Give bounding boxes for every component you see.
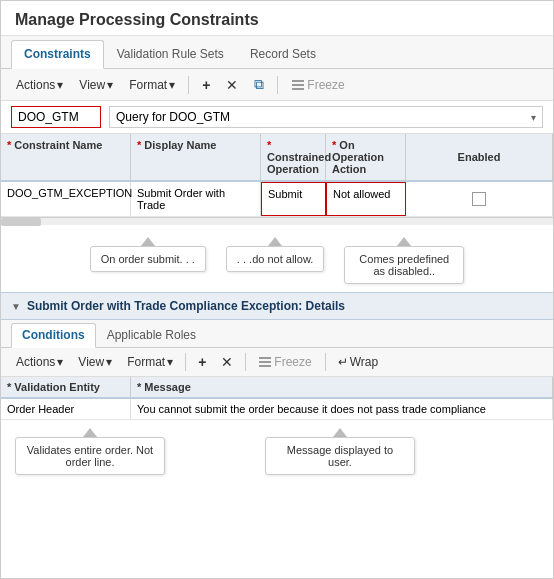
detach-icon: ⧉ [254, 76, 264, 93]
inner-th-message: * Message [131, 377, 553, 397]
wrap-label: Wrap [350, 355, 378, 369]
inner-format-button[interactable]: Format ▾ [122, 353, 178, 371]
view-label: View [79, 78, 105, 92]
wrap-icon: ↵ [338, 355, 348, 369]
inner-td-validation-entity: Order Header [1, 399, 131, 419]
wrap-button[interactable]: ↵ Wrap [333, 353, 383, 371]
callout-right-arrow-icon [397, 237, 411, 246]
td-on-operation-action: Not allowed [326, 182, 406, 216]
separator-1 [188, 76, 189, 94]
constraints-table-header: * Constraint Name * Display Name * Const… [1, 134, 553, 182]
format-chevron-icon: ▾ [169, 78, 175, 92]
bottom-callouts: Validates entire order. Not order line. … [1, 420, 553, 483]
format-button[interactable]: Format ▾ [124, 76, 180, 94]
query-select-arrow-icon: ▾ [531, 112, 536, 123]
th-enabled: Enabled [406, 134, 553, 180]
td-display-name: Submit Order with Trade [131, 182, 261, 216]
inner-separator-2 [245, 353, 246, 371]
section-title: Submit Order with Trade Compliance Excep… [27, 299, 345, 313]
actions-chevron-icon: ▾ [57, 78, 63, 92]
main-tabs: Constraints Validation Rule Sets Record … [1, 36, 553, 69]
inner-separator-3 [325, 353, 326, 371]
bottom-callout-left-arrow-icon [83, 428, 97, 437]
add-icon: + [202, 77, 210, 93]
query-select[interactable]: Query for DOO_GTM ▾ [109, 106, 543, 128]
bottom-callout-left: Validates entire order. Not order line. [15, 437, 165, 475]
inner-freeze-icon [259, 357, 271, 367]
td-constrained-operation: Submit [261, 182, 326, 216]
enabled-checkbox[interactable] [472, 192, 486, 206]
inner-format-label: Format [127, 355, 165, 369]
main-window: Manage Processing Constraints Constraint… [0, 0, 554, 579]
inner-toolbar: Actions ▾ View ▾ Format ▾ + ✕ [1, 348, 553, 377]
tab-conditions[interactable]: Conditions [11, 323, 96, 348]
bottom-callout-right-arrow-icon [333, 428, 347, 437]
view-button[interactable]: View ▾ [74, 76, 118, 94]
bottom-callout-right: Message displayed to user. [265, 437, 415, 475]
th-on-operation-action: * On Operation Action [326, 134, 406, 180]
freeze-label: Freeze [307, 78, 344, 92]
inner-table-row[interactable]: Order Header You cannot submit the order… [1, 399, 553, 420]
callout-middle: . . .do not allow. [226, 246, 324, 272]
inner-actions-chevron-icon: ▾ [57, 355, 63, 369]
inner-add-button[interactable]: + [193, 352, 211, 372]
table-row[interactable]: DOO_GTM_EXCEPTION Submit Order with Trad… [1, 182, 553, 217]
query-row: DOO_GTM Query for DOO_GTM ▾ [1, 101, 553, 134]
inner-add-icon: + [198, 354, 206, 370]
inner-actions-label: Actions [16, 355, 55, 369]
inner-format-chevron-icon: ▾ [167, 355, 173, 369]
inner-delete-button[interactable]: ✕ [216, 352, 238, 372]
query-select-value: Query for DOO_GTM [116, 110, 230, 124]
freeze-button[interactable]: Freeze [286, 76, 350, 94]
th-display-name: * Display Name [131, 134, 261, 180]
th-constraint-name: * Constraint Name [1, 134, 131, 180]
actions-label: Actions [16, 78, 55, 92]
th-constrained-operation: * Constrained Operation [261, 134, 326, 180]
section-header: ▼ Submit Order with Trade Compliance Exc… [1, 292, 553, 320]
delete-icon: ✕ [226, 77, 238, 93]
callout-right: Comes predefined as disabled.. [344, 246, 464, 284]
horizontal-scrollbar[interactable] [1, 217, 553, 225]
callout-left-arrow-icon [141, 237, 155, 246]
section-collapse-icon[interactable]: ▼ [11, 301, 21, 312]
inner-view-chevron-icon: ▾ [106, 355, 112, 369]
view-chevron-icon: ▾ [107, 78, 113, 92]
inner-delete-icon: ✕ [221, 354, 233, 370]
freeze-icon [292, 80, 304, 90]
inner-freeze-button[interactable]: Freeze [253, 353, 317, 371]
inner-th-validation-entity: * Validation Entity [1, 377, 131, 397]
tab-record-sets[interactable]: Record Sets [237, 40, 329, 68]
callout-row: On order submit. . . . . .do not allow. … [1, 225, 553, 292]
inner-table-header: * Validation Entity * Message [1, 377, 553, 399]
format-label: Format [129, 78, 167, 92]
tab-validation-rule-sets[interactable]: Validation Rule Sets [104, 40, 237, 68]
inner-view-button[interactable]: View ▾ [73, 353, 117, 371]
tab-constraints[interactable]: Constraints [11, 40, 104, 69]
callout-middle-arrow-icon [268, 237, 282, 246]
inner-tabs: Conditions Applicable Roles [1, 320, 553, 348]
detach-button[interactable]: ⧉ [249, 74, 269, 95]
callout-left: On order submit. . . [90, 246, 206, 272]
inner-freeze-label: Freeze [274, 355, 311, 369]
inner-actions-button[interactable]: Actions ▾ [11, 353, 68, 371]
inner-view-label: View [78, 355, 104, 369]
delete-button[interactable]: ✕ [221, 75, 243, 95]
tab-applicable-roles[interactable]: Applicable Roles [96, 323, 207, 347]
td-enabled [406, 182, 553, 216]
window-title: Manage Processing Constraints [1, 1, 553, 36]
td-constraint-name: DOO_GTM_EXCEPTION [1, 182, 131, 216]
main-toolbar: Actions ▾ View ▾ Format ▾ + ✕ ⧉ [1, 69, 553, 101]
inner-td-message: You cannot submit the order because it d… [131, 399, 553, 419]
actions-button[interactable]: Actions ▾ [11, 76, 68, 94]
separator-2 [277, 76, 278, 94]
add-button[interactable]: + [197, 75, 215, 95]
inner-separator-1 [185, 353, 186, 371]
query-input[interactable]: DOO_GTM [11, 106, 101, 128]
